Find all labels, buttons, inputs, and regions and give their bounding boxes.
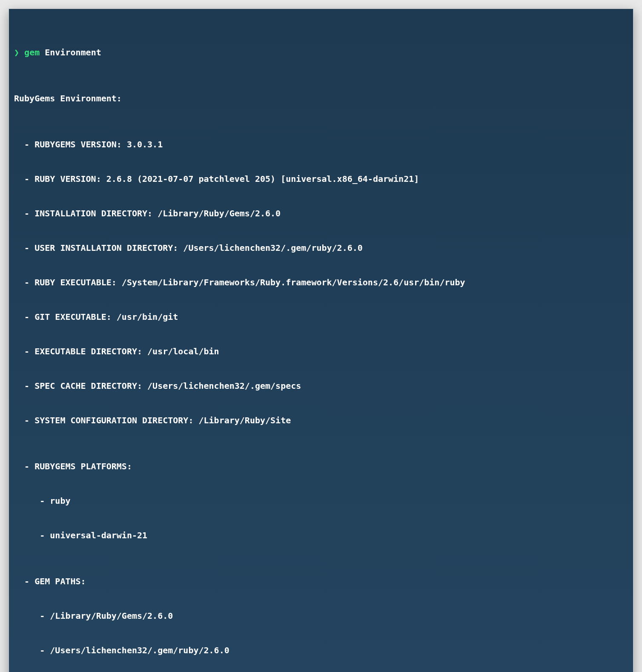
rubygems-version: - RUBYGEMS VERSION: 3.0.3.1 — [14, 139, 628, 150]
system-configuration-directory: - SYSTEM CONFIGURATION DIRECTORY: /Libra… — [14, 415, 628, 426]
terminal-window[interactable]: ❯ gem Environment RubyGems Environment: … — [9, 9, 633, 672]
command-arg: Environment — [45, 47, 101, 57]
rubygems-platform-item: - ruby — [14, 495, 628, 507]
gem-path-item: - /Library/Ruby/Gems/2.6.0 — [14, 610, 628, 622]
prompt-caret-icon: ❯ — [14, 47, 19, 57]
rubygems-platform-item: - universal-darwin-21 — [14, 530, 628, 541]
command-name: gem — [24, 47, 40, 57]
gem-path-item: - /Users/lichenchen32/.gem/ruby/2.6.0 — [14, 645, 628, 656]
git-executable: - GIT EXECUTABLE: /usr/bin/git — [14, 311, 628, 323]
gem-paths-label: - GEM PATHS: — [14, 576, 628, 587]
installation-directory: - INSTALLATION DIRECTORY: /Library/Ruby/… — [14, 208, 628, 219]
user-installation-directory: - USER INSTALLATION DIRECTORY: /Users/li… — [14, 242, 628, 254]
ruby-version: - RUBY VERSION: 2.6.8 (2021-07-07 patchl… — [14, 173, 628, 185]
ruby-executable: - RUBY EXECUTABLE: /System/Library/Frame… — [14, 277, 628, 288]
env-header: RubyGems Environment: — [14, 93, 628, 104]
rubygems-platforms-label: - RUBYGEMS PLATFORMS: — [14, 461, 628, 472]
prompt-line[interactable]: ❯ gem Environment — [14, 47, 628, 58]
spec-cache-directory: - SPEC CACHE DIRECTORY: /Users/lichenche… — [14, 380, 628, 392]
executable-directory: - EXECUTABLE DIRECTORY: /usr/local/bin — [14, 346, 628, 357]
